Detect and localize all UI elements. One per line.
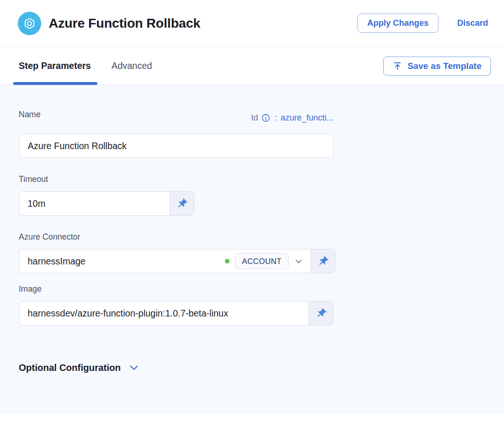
apply-changes-button[interactable]: Apply Changes <box>357 14 438 33</box>
chevron-down-icon <box>293 256 304 267</box>
tabs-bar: Step Parameters Advanced Save as Templat… <box>0 47 504 85</box>
scope-badge: ACCOUNT <box>235 253 289 269</box>
discard-button[interactable]: Discard <box>457 18 488 28</box>
image-input-box <box>19 301 334 325</box>
page-title: Azure Function Rollback <box>49 16 200 31</box>
save-as-template-label: Save as Template <box>408 61 482 71</box>
optional-configuration-toggle[interactable]: Optional Configuration <box>19 362 140 374</box>
azure-connector-input-box: harnessImage ACCOUNT <box>19 249 335 273</box>
id-separator: : <box>275 113 277 123</box>
pin-icon <box>176 198 188 210</box>
pin-icon <box>315 308 327 319</box>
connector-runtime-input-toggle[interactable] <box>311 249 335 273</box>
pin-icon <box>317 256 329 267</box>
azure-connector-label: Azure Connector <box>19 232 485 242</box>
tab-advanced[interactable]: Advanced <box>111 47 152 85</box>
timeout-runtime-input-toggle[interactable] <box>170 192 194 215</box>
name-label: Name <box>19 109 41 120</box>
upload-icon <box>393 61 402 71</box>
tab-step-parameters-label: Step Parameters <box>19 60 91 71</box>
timeout-input[interactable] <box>19 192 170 215</box>
save-as-template-button[interactable]: Save as Template <box>383 56 491 75</box>
plugin-hexagon-icon <box>18 12 41 35</box>
timeout-input-box <box>19 191 194 216</box>
step-id-row: Id : azure_functi... <box>251 113 334 123</box>
connector-dropdown-button[interactable] <box>293 256 304 267</box>
step-id-value[interactable]: azure_functi... <box>281 113 334 123</box>
tab-advanced-label: Advanced <box>111 60 152 71</box>
image-label: Image <box>19 284 485 294</box>
azure-connector-value[interactable]: harnessImage <box>19 256 225 267</box>
connected-status-dot <box>225 259 230 264</box>
chevron-down-icon <box>128 362 140 374</box>
image-input[interactable] <box>19 301 309 325</box>
info-icon[interactable] <box>261 113 270 122</box>
tab-step-parameters[interactable]: Step Parameters <box>19 47 91 85</box>
step-parameters-panel: Name Id : azure_functi... Timeout <box>0 85 504 414</box>
panel-header: Azure Function Rollback Apply Changes Di… <box>0 0 504 47</box>
optional-configuration-label: Optional Configuration <box>19 362 121 373</box>
timeout-label: Timeout <box>19 174 485 184</box>
id-label: Id <box>251 113 258 123</box>
name-input-box <box>19 134 334 158</box>
image-runtime-input-toggle[interactable] <box>309 301 333 325</box>
name-input[interactable] <box>19 134 333 158</box>
